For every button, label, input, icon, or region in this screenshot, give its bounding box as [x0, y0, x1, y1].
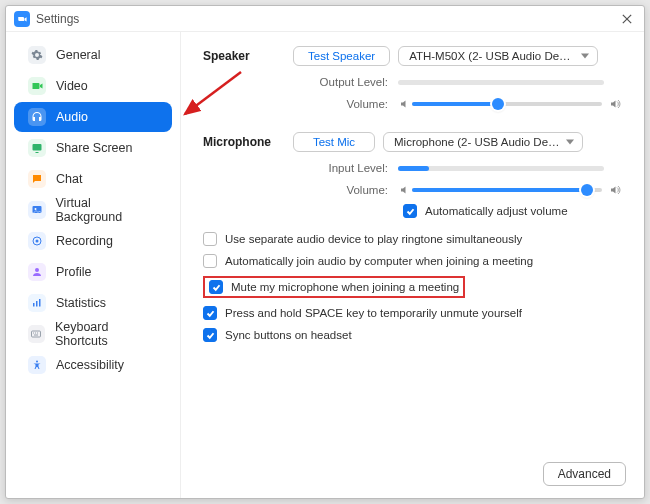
sidebar-item-chat[interactable]: Chat	[14, 164, 172, 194]
mute-on-join-label: Mute my microphone when joining a meetin…	[231, 281, 459, 293]
sidebar: General Video Audio Share Screen Chat Vi…	[6, 32, 181, 498]
space-unmute-checkbox[interactable]	[203, 306, 217, 320]
sidebar-item-accessibility[interactable]: Accessibility	[14, 350, 172, 380]
auto-adjust-volume-checkbox[interactable]	[403, 204, 417, 218]
video-icon	[28, 77, 46, 95]
sidebar-item-statistics[interactable]: Statistics	[14, 288, 172, 318]
svg-point-5	[35, 268, 39, 272]
output-level-meter	[398, 80, 604, 85]
mic-volume-label: Volume:	[318, 184, 388, 196]
sidebar-item-label: Accessibility	[56, 358, 124, 372]
advanced-button[interactable]: Advanced	[543, 462, 626, 486]
mute-on-join-checkbox[interactable]	[209, 280, 223, 294]
mute-on-join-highlight: Mute my microphone when joining a meetin…	[203, 276, 465, 298]
speaker-section-label: Speaker	[203, 49, 293, 63]
input-level-meter	[398, 166, 604, 171]
svg-rect-0	[33, 144, 42, 151]
gear-icon	[28, 46, 46, 64]
svg-rect-7	[36, 301, 38, 307]
svg-point-10	[36, 361, 38, 363]
svg-point-4	[36, 240, 39, 243]
sidebar-item-general[interactable]: General	[14, 40, 172, 70]
recording-icon	[28, 232, 46, 250]
sidebar-item-keyboard-shortcuts[interactable]: Keyboard Shortcuts	[14, 319, 172, 349]
test-mic-button[interactable]: Test Mic	[293, 132, 375, 152]
separate-ringtone-label: Use separate audio device to play ringto…	[225, 233, 522, 245]
sidebar-item-label: General	[56, 48, 100, 62]
accessibility-icon	[28, 356, 46, 374]
volume-high-icon	[608, 98, 622, 110]
window-title: Settings	[36, 12, 79, 26]
titlebar: Settings	[6, 6, 644, 32]
sidebar-item-video[interactable]: Video	[14, 71, 172, 101]
keyboard-icon	[28, 325, 45, 343]
separate-ringtone-checkbox[interactable]	[203, 232, 217, 246]
svg-rect-8	[39, 299, 41, 307]
output-level-label: Output Level:	[318, 76, 388, 88]
sidebar-item-profile[interactable]: Profile	[14, 257, 172, 287]
sidebar-item-label: Virtual Background	[56, 196, 159, 224]
content-pane: Speaker Test Speaker ATH-M50X (2- USB Au…	[181, 32, 644, 498]
speaker-device-dropdown[interactable]: ATH-M50X (2- USB Audio Device)	[398, 46, 598, 66]
auto-join-label: Automatically join audio by computer whe…	[225, 255, 533, 267]
sidebar-item-audio[interactable]: Audio	[14, 102, 172, 132]
sidebar-item-recording[interactable]: Recording	[14, 226, 172, 256]
input-level-label: Input Level:	[318, 162, 388, 174]
sync-headset-checkbox[interactable]	[203, 328, 217, 342]
sidebar-item-label: Video	[56, 79, 88, 93]
sidebar-item-label: Audio	[56, 110, 88, 124]
sidebar-item-share-screen[interactable]: Share Screen	[14, 133, 172, 163]
svg-point-2	[34, 208, 36, 210]
speaker-volume-label: Volume:	[318, 98, 388, 110]
settings-window: Settings General Video Audio Share Scree…	[5, 5, 645, 499]
share-screen-icon	[28, 139, 46, 157]
svg-rect-9	[32, 331, 41, 337]
microphone-section-label: Microphone	[203, 135, 293, 149]
sidebar-item-virtual-background[interactable]: Virtual Background	[14, 195, 172, 225]
auto-join-audio-checkbox[interactable]	[203, 254, 217, 268]
sidebar-item-label: Recording	[56, 234, 113, 248]
headphones-icon	[28, 108, 46, 126]
space-unmute-label: Press and hold SPACE key to temporarily …	[225, 307, 522, 319]
sidebar-item-label: Chat	[56, 172, 82, 186]
speaker-volume-slider[interactable]	[412, 102, 602, 106]
close-button[interactable]	[618, 10, 636, 28]
svg-rect-6	[33, 303, 35, 307]
volume-high-icon	[608, 184, 622, 196]
profile-icon	[28, 263, 46, 281]
volume-low-icon	[398, 184, 412, 196]
sidebar-item-label: Share Screen	[56, 141, 132, 155]
chat-icon	[28, 170, 46, 188]
virtual-bg-icon	[28, 201, 46, 219]
app-icon	[14, 11, 30, 27]
mic-device-dropdown[interactable]: Microphone (2- USB Audio Device)	[383, 132, 583, 152]
sidebar-item-label: Profile	[56, 265, 91, 279]
auto-adjust-label: Automatically adjust volume	[425, 205, 568, 217]
sidebar-item-label: Statistics	[56, 296, 106, 310]
statistics-icon	[28, 294, 46, 312]
sidebar-item-label: Keyboard Shortcuts	[55, 320, 158, 348]
test-speaker-button[interactable]: Test Speaker	[293, 46, 390, 66]
volume-low-icon	[398, 98, 412, 110]
sync-headset-label: Sync buttons on headset	[225, 329, 352, 341]
mic-volume-slider[interactable]	[412, 188, 602, 192]
